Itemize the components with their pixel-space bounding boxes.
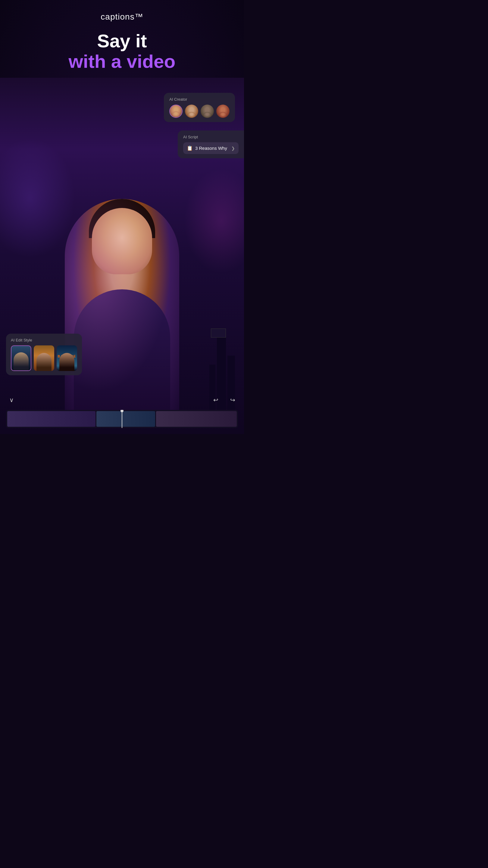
script-document-icon: 📋 — [187, 145, 193, 151]
avatar-1[interactable] — [169, 104, 183, 118]
avatars-row — [169, 104, 230, 118]
timeline-segment-2 — [96, 411, 155, 427]
edit-thumbnail-1[interactable] — [11, 345, 31, 371]
script-selected-text: 3 Reasons Why — [195, 146, 229, 151]
bottom-controls: ∨ ↩ ↪ — [0, 395, 244, 434]
undo-redo-group: ↩ ↪ — [210, 395, 238, 405]
header: captions™ — [101, 0, 143, 22]
edit-thumbnail-3[interactable]: BALANCE — [57, 345, 77, 371]
avatar-2[interactable] — [185, 104, 198, 118]
video-area: AI Creator AI Script 📋 3 Reasons Why ❯ A… — [0, 78, 244, 434]
redo-button[interactable]: ↪ — [227, 395, 238, 405]
person-figure — [65, 199, 179, 410]
hero-line1: Say it — [69, 31, 175, 51]
undo-button[interactable]: ↩ — [210, 395, 221, 405]
collapse-button[interactable]: ∨ — [6, 395, 17, 405]
avatar-4[interactable] — [216, 104, 230, 118]
ai-edit-style-card[interactable]: AI Edit Style BALANCE — [6, 334, 82, 375]
script-chevron-icon: ❯ — [231, 146, 235, 151]
billboard — [211, 329, 226, 338]
edit-thumbnails-row: BALANCE — [11, 345, 77, 371]
ai-edit-style-label: AI Edit Style — [11, 338, 77, 342]
avatar-3[interactable] — [201, 104, 214, 118]
timeline-playhead — [122, 410, 122, 428]
thumb-3-figure — [59, 353, 74, 371]
ai-script-label: AI Script — [183, 135, 238, 139]
ai-script-card[interactable]: AI Script 📋 3 Reasons Why ❯ — [178, 130, 244, 158]
thumb-1-figure — [13, 352, 29, 370]
controls-row: ∨ ↩ ↪ — [6, 395, 238, 405]
ai-creator-label: AI Creator — [169, 97, 230, 101]
hero-line2: with a video — [69, 51, 175, 72]
timeline-segment-3 — [156, 411, 237, 427]
ai-creator-card[interactable]: AI Creator — [164, 93, 235, 122]
timeline[interactable] — [6, 410, 238, 428]
thumb-2-figure — [36, 353, 52, 371]
hero-text: Say it with a video — [69, 31, 175, 72]
edit-thumbnail-2[interactable] — [34, 345, 54, 371]
person-light — [65, 199, 179, 410]
timeline-segment-1 — [7, 411, 96, 427]
script-dropdown[interactable]: 📋 3 Reasons Why ❯ — [183, 142, 238, 154]
app-logo: captions™ — [101, 12, 143, 22]
